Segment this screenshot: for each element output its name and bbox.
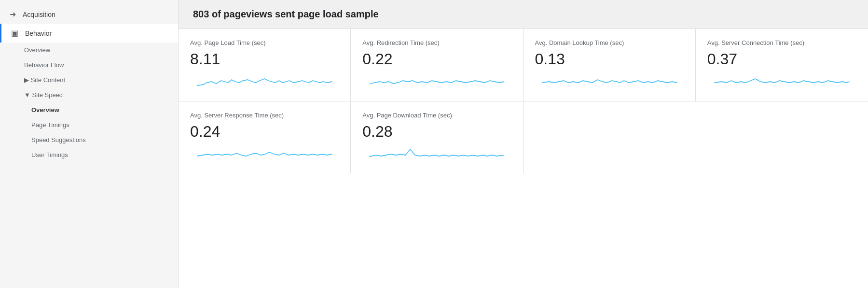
page-timings-label: Page Timings bbox=[31, 121, 69, 129]
acquisition-icon: ➜ bbox=[10, 10, 16, 19]
metric-value-2: 0.13 bbox=[535, 50, 684, 68]
behavior-icon: ▣ bbox=[11, 29, 18, 38]
sparkline-4 bbox=[190, 144, 339, 164]
sidebar-item-page-timings[interactable]: Page Timings bbox=[0, 117, 178, 132]
metrics-grid-row2: Avg. Server Response Time (sec) 0.24 Avg… bbox=[179, 101, 868, 173]
sidebar-item-overview[interactable]: Overview bbox=[0, 43, 178, 58]
metric-card-0: Avg. Page Load Time (sec) 8.11 bbox=[179, 29, 351, 101]
metric-card-4: Avg. Server Response Time (sec) 0.24 bbox=[179, 101, 351, 173]
chevron-right-icon: ▶ bbox=[24, 76, 31, 84]
speed-suggestions-label: Speed Suggestions bbox=[31, 136, 86, 144]
user-timings-label: User Timings bbox=[31, 151, 68, 158]
metric-card-2: Avg. Domain Lookup Time (sec) 0.13 bbox=[524, 29, 696, 101]
page-title: 803 of pageviews sent page load sample bbox=[193, 9, 854, 20]
metric-value-5: 0.28 bbox=[362, 123, 511, 141]
metric-card-3: Avg. Server Connection Time (sec) 0.37 bbox=[696, 29, 868, 101]
chevron-down-icon: ▼ bbox=[24, 91, 32, 99]
main-content: 803 of pageviews sent page load sample A… bbox=[179, 0, 868, 288]
metric-label-2: Avg. Domain Lookup Time (sec) bbox=[535, 39, 684, 47]
sparkline-1 bbox=[362, 72, 511, 91]
metric-label-4: Avg. Server Response Time (sec) bbox=[190, 111, 339, 120]
metric-label-3: Avg. Server Connection Time (sec) bbox=[707, 39, 856, 47]
metric-card-1: Avg. Redirection Time (sec) 0.22 bbox=[351, 29, 523, 101]
sparkline-2 bbox=[535, 72, 684, 91]
sidebar: ➜ Acquisition ▣ Behavior Overview Behavi… bbox=[0, 0, 179, 288]
site-speed-label: Site Speed bbox=[32, 91, 63, 99]
metric-value-1: 0.22 bbox=[362, 50, 511, 68]
overview-label: Overview bbox=[24, 46, 50, 54]
sidebar-item-site-speed[interactable]: ▼ Site Speed bbox=[0, 87, 178, 102]
sidebar-acquisition-label: Acquisition bbox=[23, 11, 55, 18]
site-speed-overview-label: Overview bbox=[31, 106, 59, 114]
sparkline-0 bbox=[190, 72, 339, 91]
page-header: 803 of pageviews sent page load sample bbox=[179, 0, 868, 29]
sparkline-3 bbox=[707, 72, 856, 91]
sidebar-item-user-timings[interactable]: User Timings bbox=[0, 147, 178, 162]
sidebar-behavior-label: Behavior bbox=[25, 29, 52, 37]
sidebar-item-behavior-flow[interactable]: Behavior Flow bbox=[0, 58, 178, 72]
metric-card-5: Avg. Page Download Time (sec) 0.28 bbox=[351, 101, 523, 173]
behavior-flow-label: Behavior Flow bbox=[24, 61, 64, 69]
metric-value-3: 0.37 bbox=[707, 50, 856, 68]
sidebar-item-site-content[interactable]: ▶ Site Content bbox=[0, 72, 178, 87]
sidebar-item-acquisition[interactable]: ➜ Acquisition bbox=[0, 5, 178, 24]
sidebar-item-speed-suggestions[interactable]: Speed Suggestions bbox=[0, 132, 178, 147]
sparkline-5 bbox=[362, 144, 511, 164]
metric-label-0: Avg. Page Load Time (sec) bbox=[190, 39, 339, 47]
sidebar-item-behavior[interactable]: ▣ Behavior bbox=[0, 24, 178, 43]
sidebar-item-site-speed-overview[interactable]: Overview bbox=[0, 102, 178, 117]
metrics-grid-row1: Avg. Page Load Time (sec) 8.11 Avg. Redi… bbox=[179, 29, 868, 101]
site-content-label: Site Content bbox=[31, 76, 66, 84]
metric-label-1: Avg. Redirection Time (sec) bbox=[362, 39, 511, 47]
metric-value-0: 8.11 bbox=[190, 50, 339, 68]
metric-label-5: Avg. Page Download Time (sec) bbox=[362, 111, 511, 120]
metric-value-4: 0.24 bbox=[190, 123, 339, 141]
